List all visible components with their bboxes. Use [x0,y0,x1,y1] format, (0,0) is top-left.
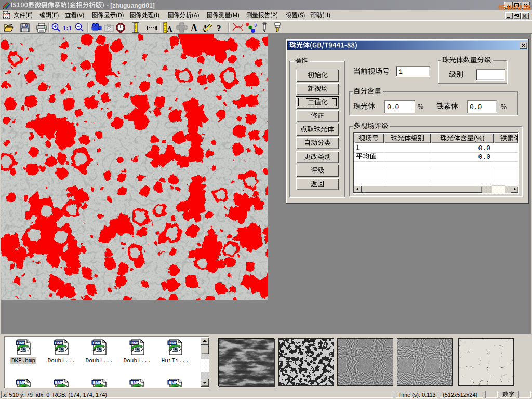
svg-text:A: A [191,23,197,33]
svg-text:?: ? [217,23,221,33]
svg-text:A: A [167,25,172,33]
svg-text:a: a [249,25,251,30]
svg-text:1:1: 1:1 [63,24,72,32]
svg-text:DOC: DOC [4,12,10,16]
svg-text:3: 3 [254,23,257,28]
